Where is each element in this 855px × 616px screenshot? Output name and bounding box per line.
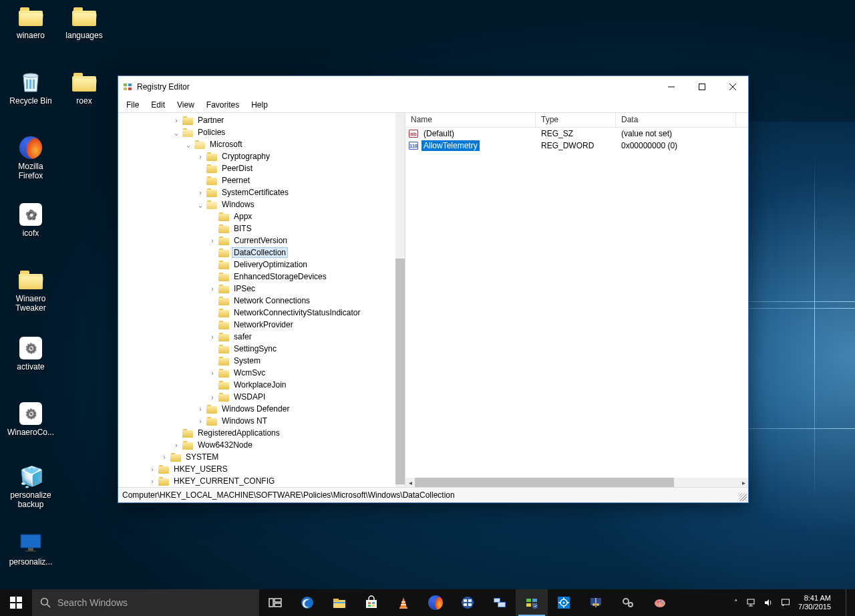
resize-grip[interactable] <box>739 493 747 501</box>
system-tray[interactable]: ˄ 8:41 AM 7/30/2015 <box>734 589 855 616</box>
tree-node-datacollection[interactable]: ›DataCollection <box>118 247 395 259</box>
tree-node-network-connections[interactable]: ›Network Connections <box>118 295 395 307</box>
chevron-down-icon[interactable]: ⌄ <box>172 128 181 137</box>
tree-node-windows-nt[interactable]: ›Windows NT <box>118 415 395 427</box>
tree-node-ipsec[interactable]: ›IPSec <box>118 283 395 295</box>
column-header-data[interactable]: Data <box>616 113 736 127</box>
chevron-right-icon[interactable]: › <box>208 332 217 341</box>
tree-node-hkey-current-config[interactable]: ›HKEY_CURRENT_CONFIG <box>118 475 395 487</box>
desktop-icon-winaeroco-[interactable]: ⚙WinaeroCo... <box>5 401 56 461</box>
chevron-right-icon[interactable]: › <box>208 284 217 293</box>
tree-node-workplacejoin[interactable]: ›WorkplaceJoin <box>118 379 395 391</box>
desktop-icon-winaero[interactable]: winaero <box>5 4 56 64</box>
taskbar-regedit[interactable] <box>516 589 548 616</box>
tree-scrollbar-vertical[interactable] <box>395 113 405 487</box>
tree-node-currentversion[interactable]: ›CurrentVersion <box>118 235 395 247</box>
taskbar-winaerocmd[interactable] <box>612 589 644 616</box>
tree-node-peernet[interactable]: ›Peernet <box>118 174 395 186</box>
tree-node-deliveryoptimization[interactable]: ›DeliveryOptimization <box>118 259 395 271</box>
tray-chevron-up-icon[interactable]: ˄ <box>734 599 738 607</box>
tree-node-bits[interactable]: ›BITS <box>118 222 395 235</box>
column-header-name[interactable]: Name <box>405 113 536 127</box>
taskbar-vlc[interactable] <box>387 589 419 616</box>
tree-node-wow6432node[interactable]: ›Wow6432Node <box>118 439 395 451</box>
show-desktop-button[interactable] <box>846 589 850 616</box>
taskbar-control-panel[interactable] <box>452 589 484 616</box>
chevron-right-icon[interactable]: › <box>172 440 181 450</box>
chevron-right-icon[interactable]: › <box>196 188 205 197</box>
tree-node-hkey-users[interactable]: ›HKEY_USERS <box>118 463 395 475</box>
registry-tree[interactable]: ›Partner⌄Policies⌄Microsoft›Cryptography… <box>118 113 395 487</box>
tree-node-enhancedstoragedevices[interactable]: ›EnhancedStorageDevices <box>118 271 395 283</box>
tree-node-microsoft[interactable]: ⌄Microsoft <box>118 138 395 150</box>
taskbar-store[interactable] <box>355 589 387 616</box>
menu-view[interactable]: View <box>172 99 200 111</box>
tree-node-windows-defender[interactable]: ›Windows Defender <box>118 403 395 415</box>
chevron-down-icon[interactable]: ⌄ <box>196 200 205 209</box>
scrollbar-thumb[interactable] <box>415 478 674 487</box>
tree-node-systemcertificates[interactable]: ›SystemCertificates <box>118 186 395 198</box>
chevron-right-icon[interactable]: › <box>208 392 217 402</box>
tree-node-networkprovider[interactable]: ›NetworkProvider <box>118 319 395 331</box>
tree-node-wcmsvc[interactable]: ›WcmSvc <box>118 367 395 379</box>
chevron-right-icon[interactable]: › <box>160 452 169 462</box>
scroll-left-icon[interactable]: ◂ <box>405 478 415 487</box>
taskbar-run[interactable] <box>484 589 516 616</box>
chevron-right-icon[interactable]: › <box>196 152 205 161</box>
tree-node-networkconnectivitystatusindicator[interactable]: ›NetworkConnectivityStatusIndicator <box>118 307 395 319</box>
taskbar-task-view[interactable] <box>259 589 291 616</box>
desktop-icon-activate[interactable]: ⚙activate <box>5 335 56 396</box>
tree-node-cryptography[interactable]: ›Cryptography <box>118 150 395 162</box>
tree-node-registeredapplications[interactable]: ›RegisteredApplications <box>118 427 395 439</box>
value-row--default-[interactable]: ab(Default)REG_SZ(value not set) <box>405 128 748 140</box>
scroll-right-icon[interactable]: ▸ <box>739 478 748 487</box>
clock[interactable]: 8:41 AM 7/30/2015 <box>798 594 831 611</box>
title-bar[interactable]: Registry Editor <box>118 76 748 98</box>
search-box[interactable]: Search Windows <box>32 589 259 616</box>
tree-node-partner[interactable]: ›Partner <box>118 114 395 126</box>
desktop-icon-personalize-backup[interactable]: 🧊personalize backup <box>5 464 56 524</box>
value-row-allowtelemetry[interactable]: 110AllowTelemetryREG_DWORD0x00000000 (0) <box>405 140 748 152</box>
taskbar-network[interactable] <box>580 589 612 616</box>
desktop-icon-personaliz-[interactable]: personaliz... <box>5 530 56 591</box>
chevron-right-icon[interactable]: › <box>208 368 217 377</box>
tree-node-safer[interactable]: ›safer <box>118 331 395 343</box>
menu-favorites[interactable]: Favorites <box>201 99 244 111</box>
chevron-right-icon[interactable]: › <box>172 116 181 125</box>
tree-node-system[interactable]: ›System <box>118 355 395 367</box>
desktop-icon-roex[interactable]: roex <box>59 69 110 130</box>
maximize-button[interactable] <box>687 76 717 98</box>
list-header[interactable]: NameTypeData <box>405 113 748 128</box>
tree-node-system[interactable]: ›SYSTEM <box>118 451 395 463</box>
taskbar-firefox[interactable] <box>419 589 452 616</box>
desktop-icon-mozilla-firefox[interactable]: Mozilla Firefox <box>5 135 56 195</box>
desktop-icon-languages[interactable]: languages <box>59 4 110 64</box>
menu-file[interactable]: File <box>121 99 144 111</box>
tree-node-peerdist[interactable]: ›PeerDist <box>118 162 395 174</box>
chevron-right-icon[interactable]: › <box>208 236 217 245</box>
column-header-type[interactable]: Type <box>536 113 616 127</box>
close-button[interactable] <box>717 76 748 98</box>
chevron-down-icon[interactable]: ⌄ <box>184 140 193 149</box>
values-list[interactable]: ab(Default)REG_SZ(value not set)110Allow… <box>405 128 748 487</box>
tree-node-windows[interactable]: ⌄Windows <box>118 198 395 210</box>
tree-node-wsdapi[interactable]: ›WSDAPI <box>118 391 395 403</box>
tree-node-appx[interactable]: ›Appx <box>118 210 395 222</box>
volume-icon[interactable] <box>763 598 773 607</box>
desktop-icon-icofx[interactable]: ✿icofx <box>5 202 56 262</box>
taskbar-settings[interactable] <box>548 589 580 616</box>
menu-help[interactable]: Help <box>246 99 273 111</box>
menu-edit[interactable]: Edit <box>146 99 170 111</box>
chevron-right-icon[interactable]: › <box>148 464 157 474</box>
minimize-button[interactable] <box>656 76 687 98</box>
chevron-right-icon[interactable]: › <box>196 404 205 414</box>
start-button[interactable] <box>0 589 32 616</box>
chevron-right-icon[interactable]: › <box>148 476 157 486</box>
taskbar-explorer[interactable] <box>323 589 355 616</box>
network-icon[interactable] <box>746 598 755 607</box>
tree-node-settingsync[interactable]: ›SettingSync <box>118 343 395 355</box>
desktop-icon-winaero-tweaker[interactable]: Winaero Tweaker <box>5 267 56 327</box>
taskbar-edge[interactable] <box>291 589 323 616</box>
taskbar-paint[interactable] <box>644 589 676 616</box>
desktop-icon-recycle-bin[interactable]: Recycle Bin <box>5 69 56 130</box>
